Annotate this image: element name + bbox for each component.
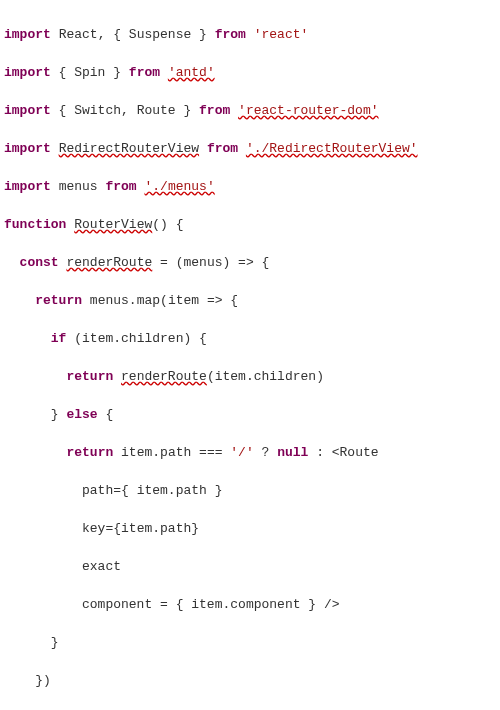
code-line: path={ item.path } [4, 481, 496, 500]
code-line: import { Spin } from 'antd' [4, 63, 496, 82]
code-line: import React, { Suspense } from 'react' [4, 25, 496, 44]
code-line: return item.path === '/' ? null : <Route [4, 443, 496, 462]
id-renderroute: renderRoute [66, 255, 152, 270]
str-antd: 'antd' [168, 65, 215, 80]
code-line: exact [4, 557, 496, 576]
str-menus: './menus' [144, 179, 214, 194]
kw-import: import [4, 27, 51, 42]
str-rrv: './RedirectRouterView' [246, 141, 418, 156]
kw-from: from [215, 27, 246, 42]
code-line: }) [4, 671, 496, 690]
code-line: return menus.map(item => { [4, 291, 496, 310]
code-line: return renderRoute(item.children) [4, 367, 496, 386]
code-line: function RouterView() { [4, 215, 496, 234]
code-line: key={item.path} [4, 519, 496, 538]
id-suspense: Suspense [129, 27, 191, 42]
code-line: component = { item.component } /> [4, 595, 496, 614]
code-line: } else { [4, 405, 496, 424]
code-line: import RedirectRouterView from './Redire… [4, 139, 496, 158]
code-block: import React, { Suspense } from 'react' … [0, 0, 500, 710]
code-line: import { Switch, Route } from 'react-rou… [4, 101, 496, 120]
code-line: const renderRoute = (menus) => { [4, 253, 496, 272]
code-line: import menus from './menus' [4, 177, 496, 196]
id-react: React [59, 27, 98, 42]
str-rrdom: 'react-router-dom' [238, 103, 378, 118]
id-rrv: RedirectRouterView [59, 141, 199, 156]
code-line: } [4, 633, 496, 652]
id-routerview: RouterView [74, 217, 152, 232]
code-line: if (item.children) { [4, 329, 496, 348]
str-react: 'react' [254, 27, 309, 42]
